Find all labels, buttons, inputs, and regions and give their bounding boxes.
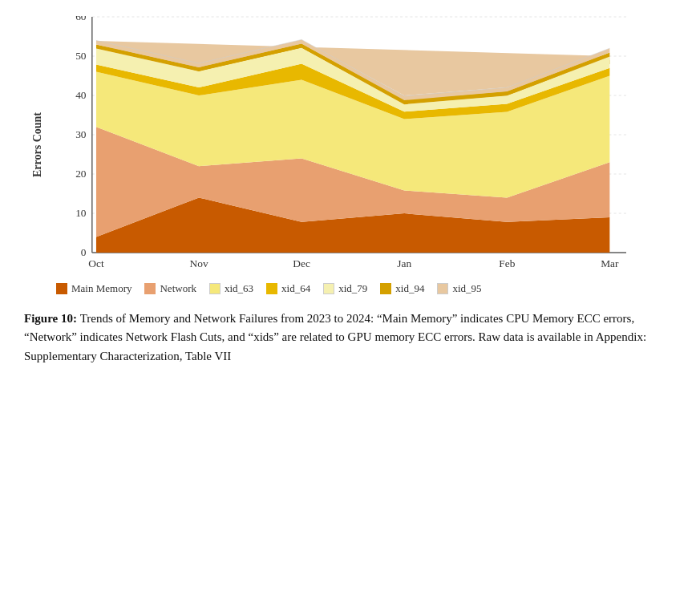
y-axis-label: Errors Count — [24, 16, 47, 273]
svg-text:Mar: Mar — [601, 257, 619, 269]
legend-swatch-xid79 — [323, 283, 334, 294]
legend-item-xid95: xid_95 — [437, 282, 481, 295]
legend-item-xid94: xid_94 — [380, 282, 424, 295]
legend-label-network: Network — [160, 282, 196, 295]
svg-text:40: 40 — [75, 89, 87, 101]
legend-swatch-xid94 — [380, 283, 391, 294]
stacked-area-chart: 0 10 20 30 40 50 60 Oct Nov Dec Jan Feb … — [47, 16, 676, 273]
chart-legend: Main Memory Network xid_63 xid_64 xid_79… — [24, 282, 676, 295]
legend-swatch-main-memory — [56, 283, 67, 294]
svg-wrapper: 0 10 20 30 40 50 60 Oct Nov Dec Jan Feb … — [47, 16, 676, 273]
svg-text:20: 20 — [75, 168, 87, 180]
svg-text:30: 30 — [75, 128, 87, 140]
legend-label-main-memory: Main Memory — [71, 282, 132, 295]
legend-item-network: Network — [144, 282, 196, 295]
caption-text: Trends of Memory and Network Failures fr… — [24, 312, 646, 362]
svg-text:Dec: Dec — [293, 257, 310, 269]
legend-label-xid94: xid_94 — [395, 282, 424, 295]
svg-text:10: 10 — [75, 207, 87, 219]
svg-text:Oct: Oct — [88, 257, 104, 269]
legend-label-xid79: xid_79 — [338, 282, 367, 295]
svg-text:60: 60 — [75, 16, 87, 22]
legend-item-main-memory: Main Memory — [56, 282, 132, 295]
svg-text:Feb: Feb — [499, 257, 516, 269]
svg-text:0: 0 — [81, 246, 87, 258]
legend-label-xid63: xid_63 — [225, 282, 253, 295]
figure-caption: Figure 10: Trends of Memory and Network … — [24, 310, 666, 366]
svg-text:50: 50 — [75, 50, 87, 62]
chart-with-axes: 0 10 20 30 40 50 60 Oct Nov Dec Jan Feb … — [47, 16, 676, 273]
legend-swatch-xid64 — [266, 283, 277, 294]
legend-label-xid64: xid_64 — [281, 282, 310, 295]
svg-text:Nov: Nov — [189, 257, 208, 269]
legend-item-xid64: xid_64 — [266, 282, 310, 295]
caption-prefix: Figure 10: — [24, 312, 80, 325]
legend-item-xid79: xid_79 — [323, 282, 367, 295]
chart-container: Errors Count — [24, 16, 676, 366]
chart-area: Errors Count — [24, 16, 676, 273]
legend-swatch-xid95 — [437, 283, 448, 294]
legend-label-xid95: xid_95 — [452, 282, 481, 295]
legend-item-xid63: xid_63 — [209, 282, 253, 295]
svg-text:Jan: Jan — [397, 257, 411, 269]
legend-swatch-xid63 — [209, 283, 221, 294]
legend-swatch-network — [144, 283, 156, 294]
